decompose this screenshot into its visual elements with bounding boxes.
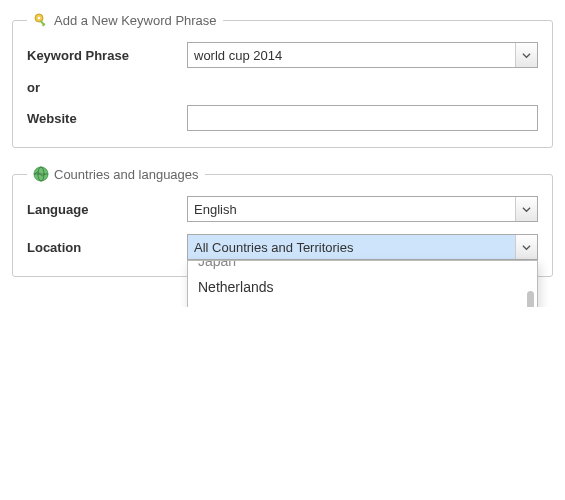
keyword-phrase-input[interactable] bbox=[187, 42, 538, 68]
language-combo[interactable] bbox=[187, 196, 538, 222]
website-label: Website bbox=[27, 111, 187, 126]
location-dropdown-arrow[interactable] bbox=[515, 235, 537, 259]
svg-point-1 bbox=[38, 17, 41, 20]
or-label: or bbox=[27, 80, 538, 95]
website-input[interactable] bbox=[187, 105, 538, 131]
location-option[interactable]: Japan bbox=[188, 260, 537, 274]
language-label: Language bbox=[27, 202, 187, 217]
keyword-phrase-combo[interactable] bbox=[187, 42, 538, 68]
location-option[interactable]: Netherlands bbox=[188, 274, 537, 300]
keyword-phrase-legend: Add a New Keyword Phrase bbox=[27, 12, 223, 28]
keyword-phrase-row: Keyword Phrase bbox=[27, 42, 538, 68]
location-row: Location JapanNetherlandsNorwayPortugalS… bbox=[27, 234, 538, 260]
keyword-legend-text: Add a New Keyword Phrase bbox=[54, 13, 217, 28]
language-input[interactable] bbox=[187, 196, 538, 222]
keyword-phrase-label: Keyword Phrase bbox=[27, 48, 187, 63]
chevron-down-icon bbox=[522, 205, 531, 214]
location-option[interactable]: Norway bbox=[188, 300, 537, 307]
countries-languages-legend: Countries and languages bbox=[27, 166, 205, 182]
location-label: Location bbox=[27, 240, 187, 255]
chevron-down-icon bbox=[522, 243, 531, 252]
keyword-phrase-fieldset: Add a New Keyword Phrase Keyword Phrase … bbox=[12, 12, 553, 148]
website-row: Website bbox=[27, 105, 538, 131]
key-icon bbox=[33, 12, 49, 28]
countries-languages-fieldset: Countries and languages Language Locatio… bbox=[12, 166, 553, 277]
dropdown-scrollbar[interactable] bbox=[527, 291, 534, 307]
location-dropdown-list[interactable]: JapanNetherlandsNorwayPortugalSingaporeS… bbox=[187, 260, 538, 307]
language-dropdown-arrow[interactable] bbox=[515, 197, 537, 221]
location-input[interactable] bbox=[187, 234, 538, 260]
countries-legend-text: Countries and languages bbox=[54, 167, 199, 182]
keyword-phrase-dropdown-arrow[interactable] bbox=[515, 43, 537, 67]
language-row: Language bbox=[27, 196, 538, 222]
location-combo[interactable]: JapanNetherlandsNorwayPortugalSingaporeS… bbox=[187, 234, 538, 260]
globe-icon bbox=[33, 166, 49, 182]
chevron-down-icon bbox=[522, 51, 531, 60]
